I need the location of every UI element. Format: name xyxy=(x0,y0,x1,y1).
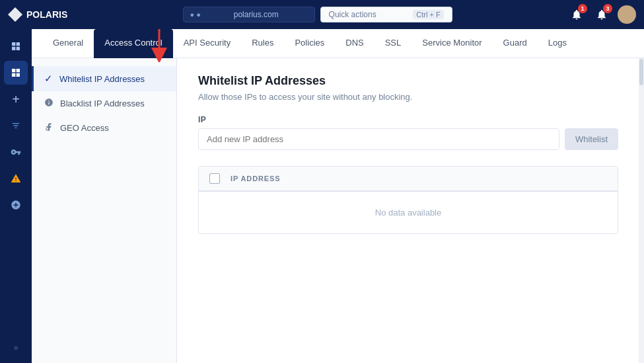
sidebar-item-dashboard[interactable] xyxy=(4,61,28,85)
alerts-badge: 3 xyxy=(603,4,612,13)
left-sidebar: + » xyxy=(0,29,32,363)
app-name: POLARIS xyxy=(26,9,67,20)
tab-logs[interactable]: Logs xyxy=(538,29,577,58)
table-empty-message: No data available xyxy=(199,191,618,233)
sub-item-blacklist[interactable]: Blacklist IP Addresses xyxy=(32,91,176,116)
tab-policies[interactable]: Policies xyxy=(284,29,335,58)
quick-actions-shortcut: Ctrl + F xyxy=(413,10,443,19)
domain-url: polarius.com xyxy=(205,10,308,19)
notifications-badge: 1 xyxy=(578,4,587,13)
tab-general[interactable]: General xyxy=(42,29,94,58)
main-layout: + » xyxy=(0,29,644,363)
sidebar-item-plus-circle[interactable] xyxy=(4,193,28,217)
topbar: POLARIS ● ● polarius.com Quick actions C… xyxy=(0,0,644,29)
panel-content: Whitelist IP Addresses Allow those IPs t… xyxy=(177,58,639,250)
logo-icon xyxy=(8,7,22,22)
sidebar-item-warning[interactable] xyxy=(4,167,28,190)
topbar-center: ● ● polarius.com Quick actions Ctrl + F xyxy=(75,7,559,22)
check-icon: ✓ xyxy=(44,73,53,85)
ip-form-row: Whitelist xyxy=(198,128,618,150)
topbar-actions: 1 3 xyxy=(567,5,636,24)
tab-dns[interactable]: DNS xyxy=(335,29,374,58)
app-logo: POLARIS xyxy=(8,7,67,22)
sidebar-item-grid[interactable] xyxy=(4,34,28,58)
domain-selector[interactable]: ● ● polarius.com xyxy=(183,7,315,22)
scroll-thumb[interactable] xyxy=(639,59,643,85)
domain-dots: ● ● xyxy=(190,11,201,19)
main-panel: Whitelist IP Addresses Allow those IPs t… xyxy=(177,58,644,363)
sub-item-geo[interactable]: GEO Access xyxy=(32,116,176,140)
quick-actions-label: Quick actions xyxy=(329,10,376,19)
geo-icon xyxy=(44,122,54,134)
sidebar-collapse-icon[interactable]: » xyxy=(14,343,18,352)
whitelist-button[interactable]: Whitelist xyxy=(565,128,618,150)
panel-title: Whitelist IP Addresses xyxy=(198,74,618,88)
content-area: General Access Control API Security Rule… xyxy=(32,29,644,363)
scroll-track[interactable] xyxy=(639,58,644,363)
tab-rules[interactable]: Rules xyxy=(241,29,284,58)
table-select-all-checkbox[interactable] xyxy=(209,173,220,184)
sub-item-geo-label: GEO Access xyxy=(60,123,109,133)
sidebar-item-keys[interactable] xyxy=(4,140,28,164)
ip-label: IP xyxy=(198,115,618,124)
tab-api-security[interactable]: API Security xyxy=(173,29,242,58)
sidebar-item-add[interactable]: + xyxy=(4,87,28,111)
table-header: IP ADDRESS xyxy=(199,167,618,191)
sub-item-whitelist-label: Whitelist IP Addresses xyxy=(59,74,145,84)
inner-layout: ✓ Whitelist IP Addresses Blacklist IP Ad… xyxy=(32,58,644,363)
sub-sidebar: ✓ Whitelist IP Addresses Blacklist IP Ad… xyxy=(32,58,177,363)
ip-input[interactable] xyxy=(198,128,559,150)
sub-item-blacklist-label: Blacklist IP Addresses xyxy=(60,99,145,108)
tab-ssl[interactable]: SSL xyxy=(375,29,412,58)
info-icon xyxy=(44,98,54,109)
notifications-button[interactable]: 1 xyxy=(567,5,586,24)
tab-guard[interactable]: Guard xyxy=(493,29,538,58)
alerts-button[interactable]: 3 xyxy=(592,5,611,24)
sub-item-whitelist[interactable]: ✓ Whitelist IP Addresses xyxy=(32,66,176,91)
panel-subtitle: Allow those IPs to access your site with… xyxy=(198,92,618,102)
quick-actions-bar[interactable]: Quick actions Ctrl + F xyxy=(320,7,452,22)
tabs-bar: General Access Control API Security Rule… xyxy=(32,29,644,58)
sidebar-item-filter[interactable] xyxy=(4,114,28,138)
tab-access-control[interactable]: Access Control xyxy=(94,29,172,58)
data-table: IP ADDRESS No data available xyxy=(198,166,618,234)
table-col-ip: IP ADDRESS xyxy=(231,175,280,182)
user-avatar[interactable] xyxy=(618,5,636,24)
tab-service-monitor[interactable]: Service Monitor xyxy=(411,29,492,58)
